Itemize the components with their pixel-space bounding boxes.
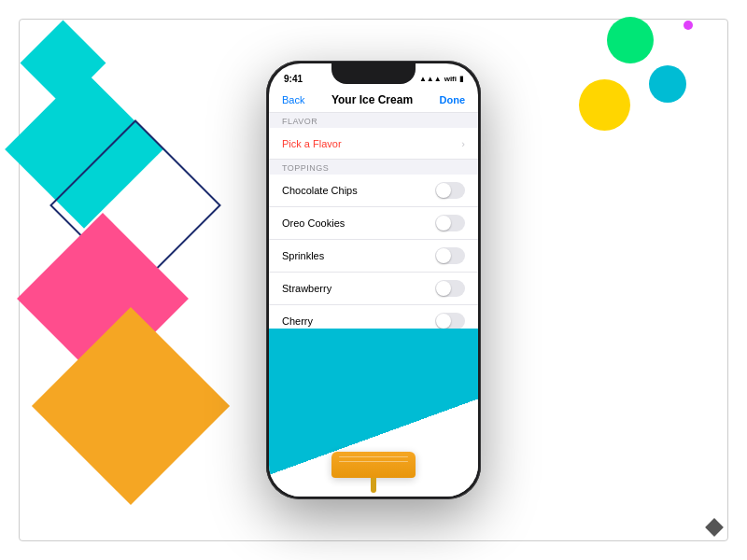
pink-square [17, 213, 189, 385]
cyan-small-square [21, 21, 106, 106]
teal-circle [649, 65, 686, 103]
nav-title: Your Ice Cream [331, 93, 413, 106]
oreo-cookies-toggle[interactable] [435, 215, 465, 231]
strawberry-row: Strawberry [269, 273, 478, 305]
ice-cream-illustration [269, 329, 478, 497]
oreo-cookies-row: Oreo Cookies [269, 207, 478, 240]
phone-outer-shell: 9:41 ▲▲▲ wifi ▮ Back Your Ice Cream Done… [266, 61, 481, 499]
waffle-pattern [339, 456, 408, 462]
ice-cream-bar [331, 452, 416, 478]
back-button[interactable]: Back [282, 94, 304, 105]
wifi-icon: wifi [444, 75, 457, 83]
strawberry-label: Strawberry [282, 283, 331, 294]
cherry-toggle[interactable] [435, 313, 465, 329]
blue-diamond [49, 119, 221, 291]
cyan-square [5, 70, 163, 229]
waffle-line-1 [339, 456, 408, 457]
chocolate-chips-row: Chocolate Chips [269, 175, 478, 207]
diamond-bottom-right [705, 518, 724, 537]
chocolate-chips-label: Chocolate Chips [282, 185, 358, 196]
phone-notch [331, 63, 416, 84]
toppings-section-header: TOPPINGS [269, 160, 478, 175]
status-icons: ▲▲▲ wifi ▮ [419, 75, 463, 83]
magenta-dot [684, 21, 693, 30]
cherry-label: Cherry [282, 315, 313, 327]
flavor-section-header: FLAVOR [269, 113, 478, 128]
pick-flavor-row[interactable]: Pick a Flavor › [269, 128, 478, 160]
yellow-circle [579, 79, 630, 131]
orange-square [32, 307, 230, 505]
sprinkles-toggle[interactable] [435, 247, 465, 264]
battery-icon: ▮ [459, 75, 463, 83]
status-time: 9:41 [284, 74, 303, 84]
pick-flavor-label: Pick a Flavor [282, 138, 342, 149]
sprinkles-row: Sprinkles [269, 240, 478, 273]
oreo-cookies-label: Oreo Cookies [282, 217, 345, 229]
done-button[interactable]: Done [440, 94, 466, 105]
green-circle [607, 17, 654, 63]
chevron-right-icon: › [461, 138, 465, 149]
sprinkles-label: Sprinkles [282, 250, 324, 261]
waffle-line-2 [339, 461, 408, 462]
strawberry-toggle[interactable] [435, 280, 465, 297]
signal-icon: ▲▲▲ [419, 75, 442, 83]
chocolate-chips-toggle[interactable] [435, 182, 465, 199]
phone-mockup: 9:41 ▲▲▲ wifi ▮ Back Your Ice Cream Done… [266, 61, 481, 499]
phone-screen: 9:41 ▲▲▲ wifi ▮ Back Your Ice Cream Done… [269, 63, 478, 497]
navigation-bar: Back Your Ice Cream Done [269, 90, 478, 113]
